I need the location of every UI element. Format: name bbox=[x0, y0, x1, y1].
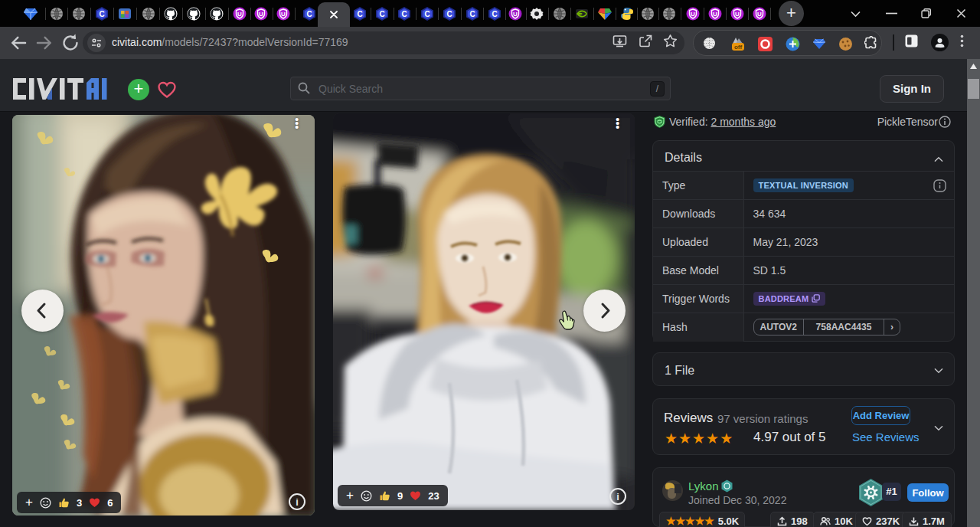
svg-text:C: C bbox=[401, 10, 407, 18]
svg-text:U: U bbox=[757, 11, 762, 18]
svg-text:U: U bbox=[237, 11, 242, 18]
svg-text:C: C bbox=[99, 10, 104, 18]
svg-text:U: U bbox=[691, 11, 695, 18]
svg-text:U: U bbox=[513, 11, 518, 18]
svg-text:C: C bbox=[306, 10, 312, 18]
svg-text:U: U bbox=[281, 11, 286, 18]
svg-text:C: C bbox=[492, 10, 497, 18]
svg-text:U: U bbox=[259, 11, 263, 18]
svg-text:C: C bbox=[357, 10, 362, 18]
svg-text:U: U bbox=[735, 11, 740, 18]
svg-text:off: off bbox=[734, 44, 743, 51]
svg-text:C: C bbox=[446, 10, 452, 18]
svg-text:C: C bbox=[424, 10, 430, 18]
svg-text:C: C bbox=[469, 10, 475, 18]
svg-text:C: C bbox=[379, 10, 384, 18]
svg-text:U: U bbox=[713, 11, 717, 18]
